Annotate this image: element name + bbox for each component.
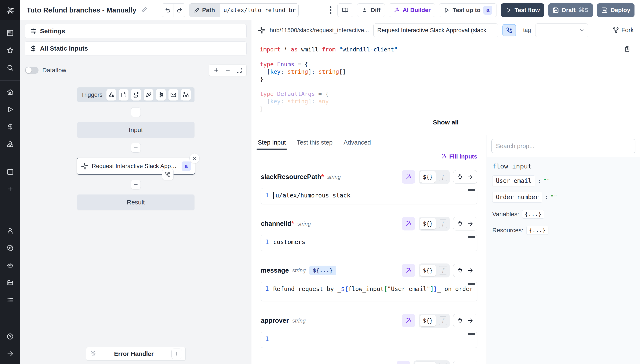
zoom-in-icon[interactable] xyxy=(213,67,219,73)
fit-view-icon[interactable] xyxy=(236,67,242,73)
field-editor[interactable]: 1 xyxy=(261,332,477,348)
arrow-right-icon[interactable] xyxy=(467,221,473,227)
error-handler-node[interactable]: Error Handler xyxy=(86,347,186,360)
javascript-mode-button[interactable]: f xyxy=(439,220,447,228)
dataflow-toggle[interactable] xyxy=(25,67,38,74)
folders-icon[interactable] xyxy=(5,277,16,288)
prop-key[interactable]: User email xyxy=(492,176,535,186)
tab-test-this-step[interactable]: Test this step xyxy=(297,135,332,150)
tab-step-input[interactable]: Step Input xyxy=(258,135,286,150)
insert-step-button[interactable] xyxy=(131,180,141,190)
ai-fill-button[interactable] xyxy=(402,264,415,277)
fill-inputs-button[interactable]: Fill inputs xyxy=(441,153,477,160)
insert-step-button[interactable] xyxy=(131,143,141,152)
ai-builder-button[interactable]: AI Builder xyxy=(389,4,435,17)
collapse-sidebar-icon[interactable] xyxy=(5,348,16,359)
schedule-trigger-icon[interactable] xyxy=(119,89,129,100)
flow-input-group-label[interactable]: flow_input xyxy=(492,162,634,170)
prop-key[interactable]: Order number xyxy=(492,192,542,202)
docs-button[interactable] xyxy=(337,4,353,17)
kafka-trigger-icon[interactable] xyxy=(156,89,166,100)
help-icon[interactable] xyxy=(5,331,16,342)
ai-fill-button[interactable] xyxy=(402,217,415,230)
edit-title-icon[interactable] xyxy=(142,7,147,14)
tab-advanced[interactable]: Advanced xyxy=(344,135,371,150)
template-mode-pill[interactable]: ${} xyxy=(420,265,436,276)
slack-approval-step-node[interactable]: Request Interactive Slack Approval (... … xyxy=(76,158,195,174)
javascript-mode-button[interactable]: f xyxy=(439,316,447,325)
diff-button[interactable]: Diff xyxy=(357,4,385,17)
flow-settings-button[interactable]: Settings xyxy=(25,24,246,38)
step-code-preview[interactable]: import * as wmill from "windmill-client"… xyxy=(252,40,640,135)
audit-logs-icon[interactable] xyxy=(5,294,16,306)
input-node[interactable]: Input xyxy=(77,122,194,138)
websocket-trigger-icon[interactable] xyxy=(144,89,154,100)
all-static-inputs-button[interactable]: All Static Inputs xyxy=(25,42,246,56)
flow-canvas[interactable]: Triggers Input xyxy=(20,76,251,364)
arrow-right-icon[interactable] xyxy=(467,174,473,180)
windmill-logo[interactable] xyxy=(0,0,20,20)
zoom-out-icon[interactable] xyxy=(225,67,231,73)
variables-expand-pill[interactable]: {...} xyxy=(522,210,544,218)
javascript-mode-button[interactable]: f xyxy=(439,266,447,275)
resources-icon[interactable] xyxy=(5,138,16,150)
template-mode-pill[interactable]: ${} xyxy=(420,315,436,326)
home-icon[interactable] xyxy=(5,86,16,98)
workers-icon[interactable] xyxy=(5,260,16,271)
workspace-icon[interactable] xyxy=(5,28,16,38)
ai-fill-button[interactable] xyxy=(402,170,415,184)
hub-script-path[interactable]: hub/11500/slack/request_interactive... xyxy=(270,27,369,34)
field-editor[interactable]: 1 Refund request by _${flow_input["User … xyxy=(261,282,477,301)
arrow-right-icon[interactable] xyxy=(467,268,473,274)
email-trigger-icon[interactable] xyxy=(168,89,178,100)
javascript-mode-button[interactable]: f xyxy=(439,363,447,364)
javascript-mode-button[interactable]: f xyxy=(439,173,447,181)
plug-icon[interactable] xyxy=(457,318,463,324)
settings-gear-icon[interactable] xyxy=(5,242,16,254)
add-menu-icon[interactable] xyxy=(5,184,16,194)
schedules-icon[interactable] xyxy=(5,166,16,177)
search-prop-input[interactable] xyxy=(492,139,635,153)
book-open-icon xyxy=(342,7,348,13)
insert-step-button[interactable] xyxy=(131,107,141,117)
remove-step-button[interactable] xyxy=(190,153,200,164)
suspend-approval-button[interactable] xyxy=(502,24,516,36)
triggers-bar[interactable]: Triggers xyxy=(77,88,194,102)
undo-button[interactable] xyxy=(162,4,174,17)
redo-button[interactable] xyxy=(174,4,185,17)
deploy-button[interactable]: Deploy xyxy=(597,4,634,17)
search-icon[interactable] xyxy=(5,62,16,73)
arrow-right-icon[interactable] xyxy=(467,318,473,324)
fork-button[interactable]: Fork xyxy=(612,27,634,34)
test-flow-button[interactable]: Test flow xyxy=(501,4,544,17)
template-mode-pill[interactable]: ${} xyxy=(420,171,436,183)
variables-icon[interactable] xyxy=(5,121,16,132)
webhook-trigger-icon[interactable] xyxy=(106,89,116,100)
field-editor[interactable]: 1 customers xyxy=(261,235,477,251)
plug-icon[interactable] xyxy=(457,268,463,274)
http-route-trigger-icon[interactable] xyxy=(131,89,141,100)
favorites-icon[interactable] xyxy=(5,45,16,56)
test-up-to-button[interactable]: Test up to a xyxy=(439,4,497,17)
path-button[interactable]: Path xyxy=(190,4,220,17)
poll-trigger-icon[interactable] xyxy=(181,89,191,100)
add-error-handler-button[interactable] xyxy=(172,348,182,359)
runs-icon[interactable] xyxy=(5,104,16,115)
template-mode-pill[interactable]: ${} xyxy=(420,218,436,230)
plug-icon[interactable] xyxy=(457,221,463,227)
more-options-icon[interactable] xyxy=(328,4,334,16)
resources-expand-pill[interactable]: {...} xyxy=(526,226,548,235)
step-name-input[interactable] xyxy=(373,24,498,37)
tag-select[interactable] xyxy=(535,24,588,37)
copy-code-icon[interactable] xyxy=(624,46,631,53)
ai-fill-button[interactable] xyxy=(402,314,415,328)
static-mode-pill[interactable]: Static xyxy=(415,362,436,364)
users-icon[interactable] xyxy=(5,225,16,236)
ai-fill-button[interactable] xyxy=(396,360,410,364)
path-input[interactable] xyxy=(220,4,298,17)
show-all-button[interactable]: Show all xyxy=(260,119,632,126)
draft-button[interactable]: Draft ⌘S xyxy=(548,4,593,17)
result-node[interactable]: Result xyxy=(77,194,194,210)
field-editor[interactable]: 1 u/alex/humorous_slack xyxy=(261,188,477,204)
plug-icon[interactable] xyxy=(457,174,463,180)
